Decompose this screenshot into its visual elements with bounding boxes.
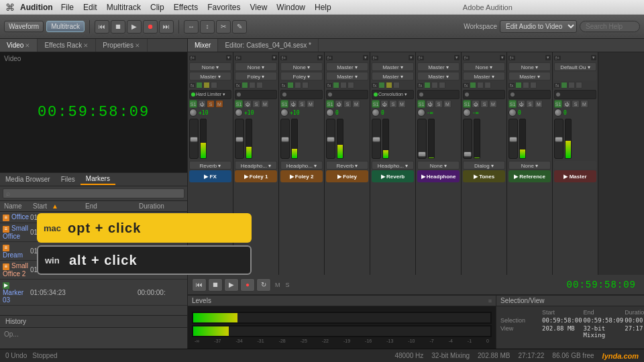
multitrack-button[interactable]: Multitrack — [46, 21, 85, 32]
ch-ms-mute[interactable]: M — [580, 100, 588, 108]
ch-rv-name[interactable]: ▶ Reverb — [372, 170, 414, 182]
ch-rv-pan-knob[interactable] — [372, 109, 380, 117]
ch-rv-route-top[interactable]: Master ▾ — [372, 62, 414, 71]
ch-ref-fader[interactable] — [508, 119, 518, 159]
transport-stop[interactable]: ⏹ — [208, 278, 223, 292]
ch-fb-fader[interactable] — [326, 119, 335, 159]
ch-tn-fx-btn1[interactable] — [470, 82, 476, 88]
ch-hp-fx-btn2[interactable] — [431, 82, 438, 88]
menu-effects[interactable]: Effects — [170, 3, 202, 12]
ch-ref-s1[interactable]: S1 — [508, 100, 517, 108]
ch-f1-route-bottom[interactable]: Foley ▾ — [235, 72, 277, 80]
ch-fx-m-btn[interactable]: ⏻ — [198, 100, 206, 108]
ch-f2-fx-btn2[interactable] — [294, 82, 301, 88]
editor-tab[interactable]: Editor: Castles_04_04.sesx * — [218, 39, 318, 52]
ch-ms-insert[interactable] — [554, 90, 596, 99]
ch-hp-route-top[interactable]: Master ▾ — [417, 62, 460, 71]
ch-f2-route-bottom[interactable]: Foley ▾ — [280, 72, 323, 80]
ch-hp-solo[interactable]: S — [435, 100, 443, 108]
ch-f1-fx-btn3[interactable] — [256, 82, 263, 88]
marker-row-marker03[interactable]: ▶Marker 03 01:05:34:23 00:00:00: — [0, 280, 187, 306]
ch-fb-s1[interactable]: S1 — [326, 100, 334, 108]
ch-ref-power[interactable]: ⏻ — [517, 100, 525, 108]
menu-help[interactable]: Help — [311, 3, 335, 12]
ch-fx-insert[interactable]: Hard Limiter ▾ — [189, 90, 231, 99]
ch-fx-mute-btn[interactable]: M — [215, 100, 223, 108]
ch-ref-solo[interactable]: S — [526, 100, 534, 108]
ch-hp-fader[interactable] — [417, 119, 427, 159]
ch-tn-mute[interactable]: M — [489, 100, 497, 108]
levels-menu-icon[interactable]: ≡ — [488, 298, 492, 304]
transport-play[interactable]: ▶ — [224, 278, 239, 292]
ch-fx-menu[interactable]: ▾ — [226, 55, 231, 60]
ch-fx-route-bottom[interactable]: Master ▾ — [189, 72, 231, 80]
ch-rv-fx-btn2[interactable] — [386, 82, 392, 88]
ch-tn-solo[interactable]: S — [480, 100, 488, 108]
ch-f2-name[interactable]: ▶ Foley 2 — [280, 170, 323, 182]
ch-tn-route-bottom[interactable]: Master ▾ — [463, 72, 505, 80]
ch-ms-power[interactable]: ⏻ — [563, 100, 571, 108]
ch-ref-send[interactable]: None ▾ — [508, 161, 551, 170]
ch-hp-name[interactable]: ▶ Headphone — [417, 170, 460, 182]
ch-tn-fx-btn2[interactable] — [477, 82, 484, 88]
ch-hp-send[interactable]: None ▾ — [417, 161, 460, 170]
ch-fb-fx-btn2[interactable] — [340, 82, 347, 88]
ch-f2-power[interactable]: ⏻ — [289, 100, 297, 108]
ch-fx-btn1[interactable] — [196, 82, 203, 88]
ch-rv-route-bottom[interactable]: Master ▾ — [372, 72, 414, 80]
mixer-tab[interactable]: Mixer — [188, 39, 218, 52]
ch-hp-power[interactable]: ⏻ — [426, 100, 434, 108]
ch-f1-send[interactable]: Headpho... ▾ — [235, 161, 277, 170]
menu-file[interactable]: File — [57, 3, 78, 12]
ch-f1-mute[interactable]: M — [261, 100, 269, 108]
ch-ref-io[interactable]: f+ — [508, 56, 515, 60]
ch-f2-s1[interactable]: S1 — [280, 100, 288, 108]
effects-rack-tab[interactable]: Effects Rack ✕ — [38, 39, 96, 52]
transport-record[interactable]: ● — [240, 278, 255, 292]
ch-fx-send[interactable]: Reverb ▾ — [189, 161, 231, 170]
effects-rack-close[interactable]: ✕ — [83, 42, 89, 49]
ch-ms-route-top[interactable]: Default Ou ▾ — [554, 62, 596, 71]
ch-ref-fx-btn2[interactable] — [523, 82, 529, 88]
ch-f1-io[interactable]: f+ — [235, 56, 241, 60]
ch-tn-name[interactable]: ▶ Tones — [463, 170, 505, 182]
ch-ref-route-bottom[interactable]: Master ▾ — [508, 72, 551, 80]
ch-fb-mute[interactable]: M — [352, 100, 360, 108]
select-tool[interactable]: ↕ — [200, 20, 215, 34]
properties-tab[interactable]: Properties ✕ — [96, 39, 148, 52]
ch-ref-fx-btn3[interactable] — [530, 82, 537, 88]
ch-hp-menu[interactable]: ▾ — [454, 55, 460, 60]
ch-fb-route-bottom[interactable]: Master ▾ — [326, 72, 368, 80]
ch-ms-fx-btn2[interactable] — [568, 82, 575, 88]
ch-rv-fx-btn1[interactable] — [378, 82, 385, 88]
ch-fb-fx-btn3[interactable] — [347, 82, 354, 88]
ch-f2-mute[interactable]: M — [307, 100, 315, 108]
ch-fx-fader[interactable] — [189, 119, 199, 159]
record-btn[interactable]: ⏺ — [143, 20, 158, 34]
ch-rv-mute[interactable]: M — [398, 100, 406, 108]
ch-ref-pan-knob[interactable] — [508, 109, 517, 117]
rewind-btn[interactable]: ⏮ — [95, 20, 109, 34]
search-input[interactable] — [580, 21, 640, 32]
ch-f1-menu[interactable]: ▾ — [272, 55, 277, 60]
ch-ref-mute[interactable]: M — [535, 100, 543, 108]
ch-ref-fx-btn1[interactable] — [515, 82, 522, 88]
history-tab[interactable]: History — [0, 317, 32, 326]
ch-f1-fx-btn2[interactable] — [249, 82, 256, 88]
ch-fb-power[interactable]: ⏻ — [335, 100, 343, 108]
ch-hp-mute[interactable]: M — [443, 100, 451, 108]
ch-ms-fx-btn3[interactable] — [576, 82, 582, 88]
ch-tn-fader[interactable] — [463, 119, 472, 159]
move-tool[interactable]: ↔ — [184, 20, 199, 34]
ch-f2-io[interactable]: f+ — [280, 56, 287, 60]
menu-favorites[interactable]: Favorites — [203, 3, 244, 12]
ch-fb-route-top[interactable]: Master ▾ — [326, 62, 368, 71]
ch-f2-menu[interactable]: ▾ — [317, 55, 323, 60]
ch-ms-fx-btn1[interactable] — [561, 82, 568, 88]
ffwd-btn[interactable]: ⏭ — [159, 20, 174, 34]
ch-f1-pan-knob[interactable] — [235, 109, 243, 117]
transport-loop[interactable]: ↻ — [256, 278, 271, 292]
markers-tab[interactable]: Markers — [80, 174, 115, 185]
ch-ref-name[interactable]: ▶ Reference — [508, 170, 551, 182]
menu-edit[interactable]: Edit — [79, 3, 101, 12]
